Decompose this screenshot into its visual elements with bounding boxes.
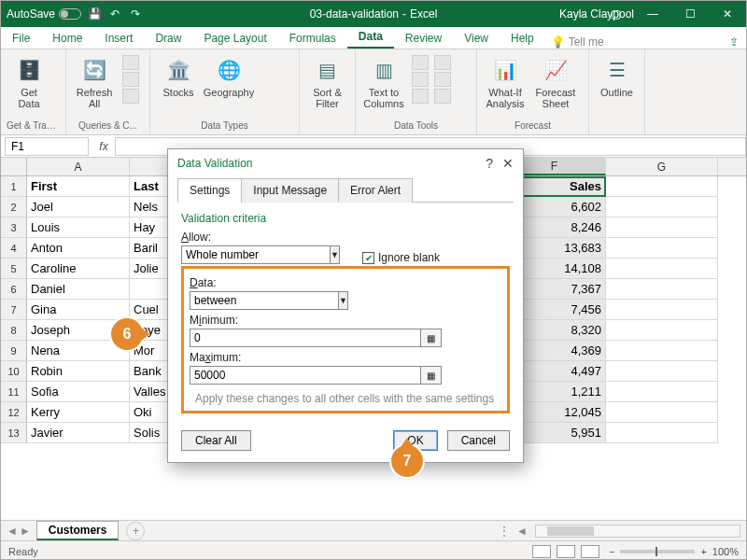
name-box[interactable]: F1 — [5, 137, 89, 156]
tab-page-layout[interactable]: Page Layout — [192, 28, 277, 49]
cell[interactable] — [606, 382, 718, 402]
data-combo[interactable]: ▼ — [190, 291, 348, 310]
row-header[interactable]: 3 — [1, 217, 27, 238]
cell[interactable]: Joel — [27, 197, 130, 217]
row-header[interactable]: 1 — [1, 176, 27, 197]
cell[interactable] — [606, 279, 718, 300]
sheet-tab-customers[interactable]: Customers — [36, 521, 120, 540]
fx-icon[interactable]: fx — [92, 140, 115, 153]
row-header[interactable]: 13 — [1, 423, 27, 443]
get-data-button[interactable]: 🗄️Get Data — [7, 55, 51, 109]
dialog-close-icon[interactable]: ✕ — [502, 156, 514, 171]
sort-filter-button[interactable]: ▤Sort & Filter — [305, 55, 349, 109]
allow-combo[interactable]: ▼ — [181, 245, 340, 264]
cell[interactable]: Louis — [27, 217, 130, 238]
tell-me[interactable]: 💡Tell me — [551, 35, 604, 49]
zoom-slider[interactable] — [620, 550, 695, 553]
row-header[interactable]: 4 — [1, 238, 27, 259]
tab-review[interactable]: Review — [394, 28, 453, 49]
cell[interactable]: Caroline — [27, 259, 130, 279]
sheet-prev-icon[interactable]: ◄ — [7, 525, 18, 538]
chevron-down-icon[interactable]: ▼ — [339, 291, 348, 310]
range-picker-icon[interactable]: ▦ — [421, 366, 442, 385]
row-header[interactable]: 5 — [1, 259, 27, 279]
dialog-tab-error-alert[interactable]: Error Alert — [338, 178, 413, 203]
sheet-overflow-icon[interactable]: ⋮ ◄ — [499, 525, 529, 538]
autosave-toggle[interactable]: AutoSave — [7, 7, 81, 21]
geography-button[interactable]: 🌐Geography — [206, 55, 251, 98]
toggle-off-icon[interactable] — [59, 8, 81, 20]
undo-icon[interactable]: ↶ — [107, 7, 122, 21]
cell[interactable] — [606, 259, 718, 279]
cell[interactable] — [606, 217, 718, 238]
chevron-down-icon[interactable]: ▼ — [331, 245, 340, 264]
minimum-input[interactable] — [190, 329, 421, 347]
row-header[interactable]: 11 — [1, 382, 27, 402]
minimize-icon[interactable]: — — [634, 1, 671, 27]
dialog-tab-settings[interactable]: Settings — [177, 178, 242, 203]
view-normal-icon[interactable] — [532, 545, 551, 558]
refresh-all-button[interactable]: 🔄Refresh All — [72, 55, 117, 109]
tab-data[interactable]: Data — [347, 26, 394, 49]
cell[interactable]: Robin — [27, 361, 130, 382]
maximize-icon[interactable]: ☐ — [671, 1, 709, 27]
tab-help[interactable]: Help — [500, 28, 545, 49]
row-header[interactable]: 6 — [1, 279, 27, 300]
tab-insert[interactable]: Insert — [93, 28, 144, 49]
data-input[interactable] — [190, 291, 339, 310]
ignore-blank-checkbox[interactable]: ✔ Ignore blank — [362, 251, 440, 264]
cell[interactable]: Sofia — [27, 382, 130, 402]
zoom-in-icon[interactable]: + — [700, 546, 706, 557]
tab-view[interactable]: View — [453, 28, 500, 49]
cell[interactable] — [606, 300, 718, 320]
tab-file[interactable]: File — [1, 28, 41, 49]
cell[interactable]: Anton — [27, 238, 130, 259]
cell[interactable]: First — [27, 176, 130, 197]
row-header[interactable]: 2 — [1, 197, 27, 217]
range-picker-icon[interactable]: ▦ — [421, 329, 442, 347]
sheet-next-icon[interactable]: ► — [20, 525, 31, 538]
queries-mini-buttons[interactable] — [122, 55, 139, 104]
dialog-tab-input-message[interactable]: Input Message — [241, 178, 339, 203]
data-tools-mini2[interactable] — [434, 55, 451, 104]
minimum-field[interactable]: ▦ — [190, 329, 442, 347]
row-header[interactable]: 12 — [1, 402, 27, 423]
allow-input[interactable] — [181, 245, 331, 264]
select-all-corner[interactable] — [1, 158, 27, 175]
new-sheet-button[interactable]: + — [126, 522, 145, 540]
row-header[interactable]: 9 — [1, 341, 27, 361]
maximum-field[interactable]: ▦ — [190, 366, 442, 385]
stocks-button[interactable]: 🏛️Stocks — [156, 55, 201, 98]
maximum-input[interactable] — [190, 366, 421, 385]
horizontal-scrollbar[interactable] — [535, 525, 740, 538]
clear-all-button[interactable]: Clear All — [181, 430, 251, 451]
col-header-a[interactable]: A — [27, 158, 130, 175]
zoom-level[interactable]: 100% — [712, 546, 739, 557]
view-page-layout-icon[interactable] — [557, 545, 575, 558]
dialog-help-icon[interactable]: ? — [486, 156, 493, 171]
data-tools-mini[interactable] — [412, 55, 429, 104]
cell[interactable] — [606, 176, 718, 197]
close-icon[interactable]: ✕ — [709, 1, 746, 27]
share-button[interactable]: ⇪ — [729, 35, 739, 49]
col-header-g[interactable]: G — [606, 158, 718, 175]
cell[interactable] — [606, 423, 718, 443]
cell[interactable] — [606, 341, 718, 361]
cancel-button[interactable]: Cancel — [447, 430, 510, 451]
cell[interactable]: Daniel — [27, 279, 130, 300]
cell[interactable]: Gina — [27, 300, 130, 320]
outline-button[interactable]: ☰Outline — [595, 55, 639, 98]
cell[interactable] — [606, 320, 718, 341]
tab-formulas[interactable]: Formulas — [278, 28, 347, 49]
cell[interactable] — [606, 197, 718, 217]
cell[interactable] — [606, 361, 718, 382]
cell[interactable] — [606, 238, 718, 259]
row-header[interactable]: 7 — [1, 300, 27, 320]
tab-home[interactable]: Home — [41, 28, 93, 49]
redo-icon[interactable]: ↷ — [128, 7, 143, 21]
cell[interactable]: Javier — [27, 423, 130, 443]
zoom-out-icon[interactable]: − — [609, 546, 614, 557]
ribbon-options-icon[interactable]: ▢ — [597, 1, 634, 27]
cell[interactable] — [606, 402, 718, 423]
row-header[interactable]: 10 — [1, 361, 27, 382]
